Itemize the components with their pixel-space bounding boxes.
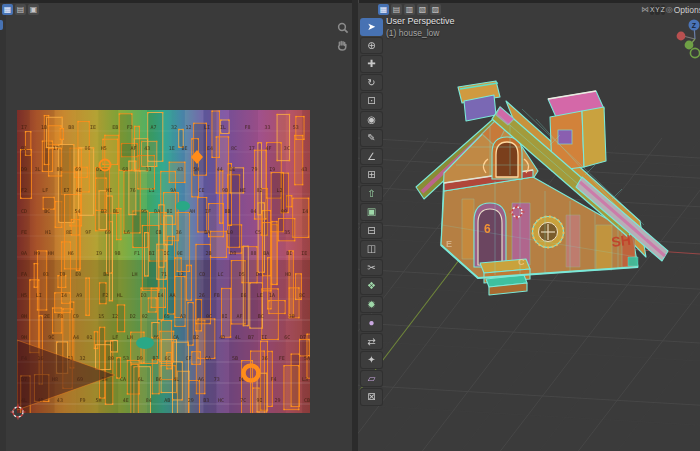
new-image-icon[interactable]: ▣ (28, 4, 39, 15)
uv-texture-image[interactable] (17, 110, 310, 413)
uv-active-tool-sliver[interactable] (0, 20, 3, 30)
edge-slide-tool[interactable]: ⇄ (360, 333, 383, 351)
uv-editor-panel[interactable]: ▦▤▣ (0, 3, 352, 451)
zoom-icon[interactable] (335, 20, 350, 35)
texture-letter-e: E (446, 239, 452, 249)
uv-2d-cursor (10, 404, 26, 420)
transform-tool[interactable]: ◉ (360, 111, 383, 129)
move-tool[interactable]: ✚ (360, 55, 383, 73)
cursor-tool[interactable]: ⊕ (360, 37, 383, 55)
measure-tool[interactable]: ∠ (360, 148, 383, 166)
inset-faces-tool[interactable]: ▣ (360, 203, 383, 221)
shrink-fatten-tool[interactable]: ✦ (360, 351, 383, 369)
uv-header-icon-row: ▦▤▣ (2, 4, 39, 15)
loop-cut-tool[interactable]: ◫ (360, 240, 383, 258)
image-browse-icon[interactable]: ▤ (15, 4, 26, 15)
extrude-region-tool[interactable]: ⇧ (360, 185, 383, 203)
texture-letter-sh: SH (610, 232, 631, 250)
add-cube-tool[interactable]: ⊞ (360, 166, 383, 184)
viewport-panel[interactable]: ▦▤▥▧▨ User Perspective (1) house_low ➤⊕✚… (358, 3, 700, 451)
bevel-tool[interactable]: ⊟ (360, 222, 383, 240)
poly-build-tool[interactable]: ❖ (360, 277, 383, 295)
uv-image-editor-icon[interactable]: ▦ (2, 4, 13, 15)
small-chimney (458, 81, 500, 121)
knife-tool[interactable]: ✂ (360, 259, 383, 277)
texture-letter-six: 6 (484, 222, 491, 236)
rotate-tool[interactable]: ↻ (360, 74, 383, 92)
blender-window: ▦▤▣ ▦▤▥▧▨ User Perspective (1) house_low… (0, 0, 700, 451)
rip-region-tool[interactable]: ⊠ (360, 388, 383, 406)
pan-icon[interactable] (334, 37, 349, 52)
shear-tool[interactable]: ▱ (360, 370, 383, 388)
annotate-tool[interactable]: ✎ (360, 129, 383, 147)
house-model[interactable]: SH 6 C E (400, 75, 670, 310)
uv-toolbar-strip (0, 3, 6, 451)
select-box-tool[interactable]: ➤ (360, 18, 383, 36)
texture-letter-c: C (518, 257, 525, 267)
smooth-tool[interactable]: ● (360, 314, 383, 332)
clock-window (533, 217, 564, 248)
viewport-toolbar: ➤⊕✚↻⊡◉✎∠⊞⇧▣⊟◫✂❖✹●⇄✦▱⊠ (360, 18, 383, 406)
spin-tool[interactable]: ✹ (360, 296, 383, 314)
scale-tool[interactable]: ⊡ (360, 92, 383, 110)
